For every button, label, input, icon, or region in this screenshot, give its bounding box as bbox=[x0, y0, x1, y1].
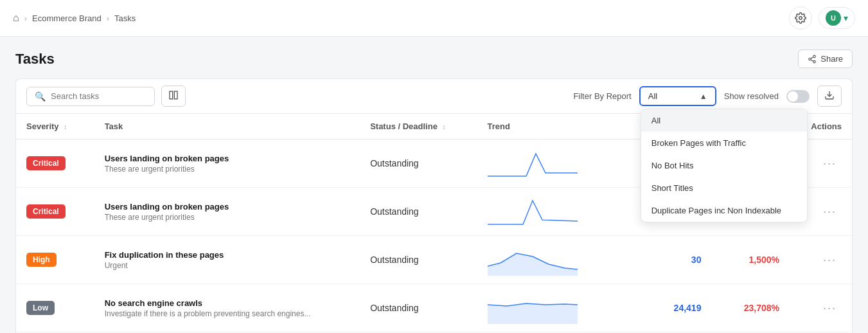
row-actions-button[interactable]: ··· bbox=[818, 299, 842, 318]
status-cell: Outstanding bbox=[360, 284, 477, 332]
pct-cell: 23,708% bbox=[711, 284, 790, 332]
page-content: Tasks Share 🔍 Filter By Report All ▲ All bbox=[0, 37, 868, 333]
status-cell: Outstanding bbox=[360, 140, 477, 188]
dropdown-item-all[interactable]: All bbox=[641, 109, 807, 132]
svg-point-3 bbox=[813, 60, 816, 63]
task-desc: These are urgent priorities bbox=[105, 213, 350, 222]
col-header-status[interactable]: Status / Deadline ↕ bbox=[360, 114, 477, 140]
severity-cell: High bbox=[16, 236, 94, 284]
toolbar: 🔍 Filter By Report All ▲ All Broken Page… bbox=[15, 78, 853, 113]
trend-cell bbox=[477, 236, 618, 284]
unresolved-value: 30 bbox=[691, 255, 702, 265]
task-desc: Investigate if there is a problem preven… bbox=[105, 309, 350, 318]
trend-cell bbox=[477, 188, 618, 236]
svg-marker-10 bbox=[488, 303, 578, 324]
trend-cell bbox=[477, 140, 618, 188]
severity-badge-critical: Critical bbox=[26, 156, 66, 170]
severity-badge-critical: Critical bbox=[26, 204, 66, 219]
task-name[interactable]: Fix duplication in these pages bbox=[105, 250, 350, 260]
svg-rect-7 bbox=[174, 91, 177, 99]
breadcrumb-sep-2: › bbox=[107, 14, 109, 23]
svg-rect-6 bbox=[170, 91, 173, 99]
home-icon[interactable]: ⌂ bbox=[13, 12, 19, 24]
task-name[interactable]: Users landing on broken pages bbox=[105, 202, 350, 212]
unresolved-value: 24,419 bbox=[674, 303, 702, 313]
col-header-trend[interactable]: Trend bbox=[477, 114, 618, 140]
svg-line-4 bbox=[811, 59, 813, 60]
task-cell: No search engine crawls Investigate if t… bbox=[94, 284, 360, 332]
download-button[interactable] bbox=[817, 86, 842, 107]
unresolved-cell: 24,419 bbox=[618, 284, 712, 332]
task-name[interactable]: No search engine crawls bbox=[105, 298, 350, 308]
user-avatar: U bbox=[826, 10, 841, 26]
filter-dropdown-menu: All Broken Pages with Traffic No Bot Hit… bbox=[641, 109, 808, 222]
sort-status-icon: ↕ bbox=[443, 123, 446, 130]
severity-cell: Critical bbox=[16, 188, 94, 236]
col-header-task[interactable]: Task bbox=[94, 114, 360, 140]
trend-cell bbox=[477, 284, 618, 332]
share-button[interactable]: Share bbox=[798, 50, 853, 68]
user-menu-button[interactable]: U ▾ bbox=[819, 7, 855, 29]
top-nav: ⌂ › Ecommerce Brand › Tasks U ▾ bbox=[0, 0, 868, 37]
share-label: Share bbox=[820, 54, 843, 64]
status-text: Outstanding bbox=[370, 255, 419, 265]
unresolved-pct: 1,500% bbox=[749, 255, 779, 265]
dropdown-item-no-bot-hits[interactable]: No Bot Hits bbox=[641, 154, 807, 177]
breadcrumb-sep-1: › bbox=[24, 14, 27, 23]
search-icon: 🔍 bbox=[35, 91, 46, 102]
actions-cell: ··· bbox=[790, 284, 852, 332]
unresolved-cell: 30 bbox=[618, 236, 712, 284]
breadcrumb-tasks: Tasks bbox=[114, 14, 136, 23]
status-text: Outstanding bbox=[370, 206, 419, 217]
show-resolved-toggle[interactable] bbox=[786, 90, 810, 103]
user-chevron-icon: ▾ bbox=[844, 13, 848, 23]
filter-dropdown[interactable]: All ▲ All Broken Pages with Traffic No B… bbox=[639, 86, 716, 106]
col-header-severity[interactable]: Severity ↕ bbox=[16, 114, 94, 140]
columns-button[interactable] bbox=[161, 86, 186, 107]
severity-badge-low: Low bbox=[26, 301, 55, 315]
show-resolved-label: Show resolved bbox=[724, 91, 779, 101]
breadcrumb: ⌂ › Ecommerce Brand › Tasks bbox=[13, 12, 136, 24]
severity-cell: Critical bbox=[16, 140, 94, 188]
severity-badge-high: High bbox=[26, 253, 57, 267]
breadcrumb-ecommerce[interactable]: Ecommerce Brand bbox=[32, 14, 102, 23]
toggle-knob bbox=[788, 91, 798, 102]
sort-severity-icon: ↕ bbox=[64, 123, 67, 130]
actions-cell: ··· bbox=[790, 236, 852, 284]
task-cell: Users landing on broken pages These are … bbox=[94, 140, 360, 188]
toolbar-right: Filter By Report All ▲ All Broken Pages … bbox=[573, 86, 842, 107]
svg-point-1 bbox=[813, 55, 816, 58]
row-actions-button[interactable]: ··· bbox=[818, 251, 842, 269]
unresolved-pct: 23,708% bbox=[744, 303, 779, 313]
task-cell: Fix duplication in these pages Urgent bbox=[94, 236, 360, 284]
status-cell: Outstanding bbox=[360, 236, 477, 284]
nav-actions: U ▾ bbox=[789, 6, 855, 30]
severity-cell: Low bbox=[16, 284, 94, 332]
svg-line-5 bbox=[811, 57, 813, 58]
settings-button[interactable] bbox=[789, 6, 812, 30]
dropdown-item-short-titles[interactable]: Short Titles bbox=[641, 177, 807, 199]
task-desc: These are urgent priorities bbox=[105, 165, 350, 174]
pct-cell: 1,500% bbox=[711, 236, 790, 284]
page-title: Tasks bbox=[15, 51, 55, 68]
page-header: Tasks Share bbox=[15, 50, 853, 68]
row-actions-button[interactable]: ··· bbox=[818, 154, 842, 173]
filter-by-report-label: Filter By Report bbox=[573, 91, 631, 101]
search-box[interactable]: 🔍 bbox=[26, 87, 155, 106]
svg-point-2 bbox=[809, 58, 811, 60]
status-cell: Outstanding bbox=[360, 188, 477, 236]
task-name[interactable]: Users landing on broken pages bbox=[105, 154, 350, 163]
dropdown-item-duplicate-pages[interactable]: Duplicate Pages inc Non Indexable bbox=[641, 199, 807, 222]
search-input[interactable] bbox=[51, 91, 146, 101]
status-text: Outstanding bbox=[370, 158, 419, 168]
filter-dropdown-text: All bbox=[648, 91, 696, 101]
task-cell: Users landing on broken pages These are … bbox=[94, 188, 360, 236]
task-desc: Urgent bbox=[105, 261, 350, 270]
dropdown-item-broken-pages[interactable]: Broken Pages with Traffic bbox=[641, 132, 807, 154]
table-row: Low No search engine crawls Investigate … bbox=[16, 284, 852, 332]
toolbar-left: 🔍 bbox=[26, 86, 186, 107]
table-row: High Fix duplication in these pages Urge… bbox=[16, 236, 852, 284]
chevron-up-icon: ▲ bbox=[700, 92, 707, 101]
status-text: Outstanding bbox=[370, 303, 419, 313]
row-actions-button[interactable]: ··· bbox=[818, 203, 842, 221]
